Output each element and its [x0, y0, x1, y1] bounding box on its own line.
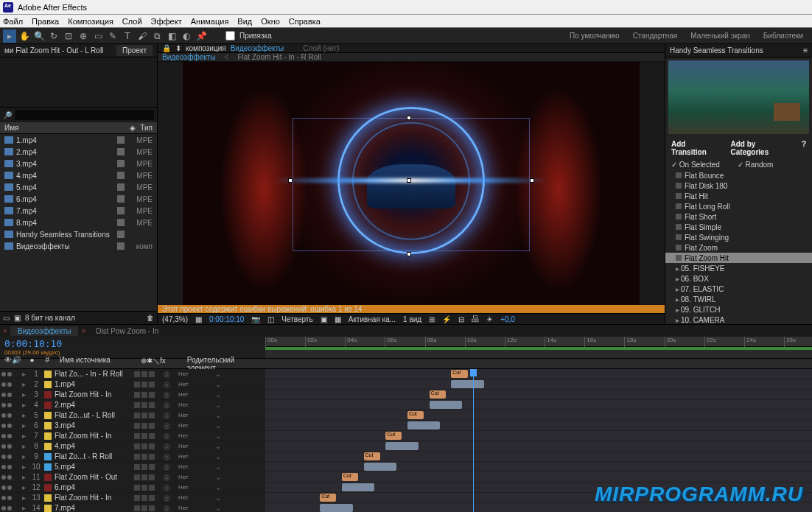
col-name[interactable]: Имя: [4, 124, 130, 132]
track-row[interactable]: [265, 421, 812, 431]
label-color[interactable]: [44, 463, 52, 471]
menu-Анимация[interactable]: Анимация: [191, 17, 229, 26]
project-item[interactable]: 5.mp4MPE: [0, 181, 157, 193]
viewer-canvas[interactable]: [158, 62, 665, 305]
visibility-icon[interactable]: [1, 372, 6, 376]
views-dropdown[interactable]: 1 вид: [403, 315, 421, 323]
transition-category[interactable]: 10. CAMERA: [665, 315, 812, 324]
camera-dropdown[interactable]: Активная ка...: [349, 315, 396, 323]
menu-Эффект[interactable]: Эффект: [151, 17, 182, 26]
layer-switches[interactable]: [134, 505, 164, 511]
channel-icon[interactable]: ◫: [267, 315, 274, 323]
track-row[interactable]: [265, 441, 812, 452]
expand-icon[interactable]: ▸: [22, 370, 29, 378]
transition-item[interactable]: Flat Zoom: [665, 242, 812, 253]
expand-icon[interactable]: ▸: [22, 390, 29, 399]
brush-tool-icon[interactable]: 🖌: [136, 29, 149, 43]
project-item[interactable]: 7.mp4MPE: [0, 205, 157, 217]
transition-item[interactable]: Flat Disk 180: [665, 180, 812, 191]
workspace-По умолчанию[interactable]: По умолчанию: [570, 32, 620, 40]
clip-cut[interactable]: Cut: [342, 473, 358, 481]
expand-icon[interactable]: ▸: [22, 504, 29, 512]
expression-warning-bar[interactable]: Этот проект содержит ошибки выражений: о…: [158, 305, 665, 313]
layer-switches[interactable]: [134, 371, 164, 377]
work-area-bar[interactable]: [265, 347, 812, 350]
snapshot-icon[interactable]: 📷: [251, 315, 260, 323]
selection-bounds[interactable]: [293, 118, 530, 252]
label-color[interactable]: [44, 371, 52, 378]
flowchart-icon-2[interactable]: 品: [472, 314, 479, 324]
parent-dropdown[interactable]: Нет: [178, 401, 215, 408]
zoom-tool-icon[interactable]: 🔍: [32, 29, 46, 43]
flowchart-icon[interactable]: ⬍: [175, 44, 181, 52]
project-search-input[interactable]: [15, 110, 154, 120]
label-color[interactable]: [44, 474, 52, 481]
menu-Вид[interactable]: Вид: [237, 17, 252, 26]
audio-icon[interactable]: [7, 475, 12, 480]
transition-category[interactable]: 09. GLITCH: [665, 304, 812, 315]
menu-Файл[interactable]: Файл: [3, 17, 23, 26]
expand-icon[interactable]: ▸: [22, 452, 29, 460]
layer-row[interactable]: ▸13Flat Zoom Hit - In◎Нет⌄: [0, 493, 265, 503]
project-item[interactable]: Handy Seamless Transitions: [0, 228, 157, 240]
track-row[interactable]: Cut: [265, 452, 812, 462]
layer-row[interactable]: ▸3Flat Zoom Hit - In◎Нет⌄: [0, 390, 265, 400]
label-icon[interactable]: [117, 219, 125, 226]
project-item[interactable]: Видеоэффектыкомп: [0, 240, 157, 252]
audio-icon[interactable]: [7, 372, 12, 376]
new-comp-icon[interactable]: ▣: [14, 314, 21, 322]
expand-icon[interactable]: ▸: [22, 442, 29, 450]
panel-menu-icon[interactable]: ≡: [803, 46, 808, 55]
project-item[interactable]: 4.mp4MPE: [0, 169, 157, 181]
transition-category[interactable]: 05. FISHEYE: [665, 263, 812, 273]
layer-switches[interactable]: [134, 392, 164, 398]
visibility-icon[interactable]: [1, 393, 6, 397]
clone-tool-icon[interactable]: ⧉: [150, 29, 164, 43]
clip-cut[interactable]: Cut: [385, 432, 402, 440]
layer-switches[interactable]: [134, 485, 164, 491]
layer-switches[interactable]: [134, 454, 164, 460]
label-color[interactable]: [44, 494, 52, 502]
folder-icon[interactable]: ▭: [3, 314, 10, 322]
lock-icon[interactable]: 🔒: [162, 44, 171, 52]
label-color[interactable]: [44, 432, 52, 440]
label-color[interactable]: [44, 443, 52, 450]
clip-cut[interactable]: Cut: [451, 370, 467, 378]
visibility-icon[interactable]: [1, 434, 6, 438]
parent-dropdown[interactable]: Нет: [178, 412, 215, 418]
camera-tool-icon[interactable]: ⊡: [62, 29, 75, 43]
audio-icon[interactable]: [7, 506, 12, 511]
hand-tool-icon[interactable]: ✋: [18, 29, 31, 43]
audio-icon[interactable]: [7, 424, 12, 428]
snap-checkbox[interactable]: [225, 31, 235, 41]
parent-dropdown[interactable]: Нет: [178, 432, 215, 439]
parent-dropdown[interactable]: Нет: [178, 453, 215, 460]
puppet-tool-icon[interactable]: 📌: [195, 29, 208, 43]
layer-row[interactable]: ▸7Flat Zoom Hit - In◎Нет⌄: [0, 431, 265, 441]
clip-v[interactable]: [430, 401, 463, 409]
audio-icon[interactable]: [7, 496, 12, 500]
visibility-icon[interactable]: [1, 382, 6, 387]
visibility-icon[interactable]: [1, 455, 6, 459]
col-type[interactable]: Тип: [140, 124, 153, 132]
timeline-tab-other[interactable]: Dist Pow Zoom - In: [88, 326, 166, 336]
roto-tool-icon[interactable]: ◐: [180, 29, 193, 43]
label-icon[interactable]: [117, 160, 125, 167]
workspace-Библиотеки[interactable]: Библиотеки: [763, 32, 803, 40]
timecode-display[interactable]: 0:00:10:10: [209, 315, 244, 323]
layer-switches[interactable]: [134, 423, 164, 429]
menu-Композиция[interactable]: Композиция: [68, 17, 113, 26]
layer-row[interactable]: ▸21.mp4◎Нет⌄: [0, 379, 265, 390]
menu-Правка[interactable]: Правка: [32, 17, 59, 26]
tl-close-icon[interactable]: ×: [3, 327, 7, 335]
add-transition-button[interactable]: Add Transition: [671, 140, 716, 156]
layer-row[interactable]: ▸63.mp4◎Нет⌄: [0, 421, 265, 431]
visibility-icon[interactable]: [1, 465, 6, 469]
parent-dropdown[interactable]: Нет: [178, 484, 215, 491]
viewer-tab-nested[interactable]: Flat Zoom Hit - In - R Roll: [237, 53, 321, 61]
audio-icon[interactable]: [7, 485, 12, 490]
visibility-icon[interactable]: [1, 506, 6, 511]
clip-cut[interactable]: Cut: [407, 411, 424, 419]
parent-dropdown[interactable]: Нет: [178, 422, 215, 429]
expand-icon[interactable]: ▸: [22, 401, 29, 409]
